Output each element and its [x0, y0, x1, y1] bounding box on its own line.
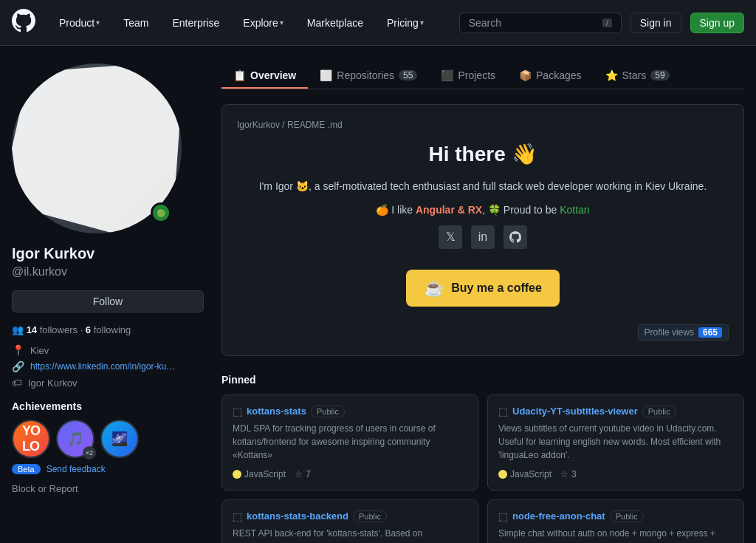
beta-badge: Beta: [12, 464, 41, 474]
twitter-icon[interactable]: 𝕏: [439, 225, 462, 249]
readme-desc-1: I'm Igor 🐱, a self-motivated tech enthus…: [237, 178, 729, 196]
repo-visibility-1: Public: [642, 406, 676, 417]
github-social-icon[interactable]: [504, 225, 527, 249]
pinned-card-1: ⬚ Udacity-YT-subtitles-viewer Public Vie…: [487, 395, 744, 491]
readme-card: IgorKurkov / README .md Hi there 👋 I'm I…: [221, 104, 744, 356]
pinned-card-header-0: ⬚ kottans-stats Public: [233, 406, 467, 417]
nav-explore[interactable]: Explore ▾: [237, 14, 289, 32]
packages-tab-icon: 📦: [519, 69, 532, 81]
profile-username: @il.kurkov: [12, 265, 204, 279]
chevron-down-icon: ▾: [96, 18, 100, 27]
tab-repositories[interactable]: ⬜ Repositories 55: [308, 64, 429, 89]
tag-icon: 🏷: [12, 377, 22, 389]
repo-name-0[interactable]: kottans-stats: [247, 406, 306, 417]
followers-count: 14: [27, 324, 37, 335]
repo-stars-0: ☆ 7: [295, 469, 311, 479]
galaxy-badge: 🌌: [100, 420, 139, 458]
lang-dot-js: [498, 470, 507, 479]
linkedin-detail[interactable]: 🔗 https://www.linkedin.com/in/igor-kurko…: [12, 361, 204, 372]
repo-tab-icon: ⬜: [320, 69, 332, 81]
stars-count: 59: [650, 70, 669, 81]
navbar-right: Search / Sign in Sign up: [459, 13, 744, 33]
search-placeholder: Search: [469, 17, 501, 29]
search-box[interactable]: Search /: [459, 13, 622, 33]
profile-display-name: Igor Kurkov: [12, 245, 204, 262]
pinned-card-header-1: ⬚ Udacity-YT-subtitles-viewer Public: [498, 406, 733, 417]
buy-coffee-label: Buy me a coffee: [451, 281, 542, 295]
achievements-row: YOLO 🎵 ×2 🌌: [12, 420, 204, 458]
repo-icon: ⬚: [498, 510, 508, 522]
pinned-card-2: ⬚ kottans-stats-backend Public REST API …: [221, 499, 478, 543]
nav-product[interactable]: Product ▾: [53, 14, 106, 32]
overview-icon: 📋: [233, 69, 246, 81]
repo-desc-0: MDL SPA for tracking progress of users i…: [233, 422, 467, 462]
buy-coffee-button[interactable]: ☕ Buy me a coffee: [406, 270, 560, 307]
main-content: 📋 Overview ⬜ Repositories 55 ⬛ Projects …: [221, 64, 744, 543]
pinned-section: Pinned ⬚ kottans-stats Public MDL SPA fo…: [221, 374, 744, 543]
pinned-card-header-3: ⬚ node-free-anon-chat Public: [498, 510, 733, 522]
repo-desc-2: REST API back-end for 'kottans-stats'. B…: [233, 527, 467, 543]
achievements-title: Achievements: [12, 400, 204, 412]
main-layout: 🟢 Igor Kurkov @il.kurkov Follow 👥 14 fol…: [0, 46, 756, 543]
followers-icon: 👥: [12, 324, 27, 335]
repo-icon: ⬚: [233, 510, 242, 522]
follow-button[interactable]: Follow: [12, 290, 204, 313]
chevron-down-icon: ▾: [420, 18, 424, 27]
linkedin-url: https://www.linkedin.com/in/igor-kurkov-…: [30, 361, 178, 372]
yolo-badge: YOLO: [12, 420, 50, 458]
nav-pricing[interactable]: Pricing ▾: [381, 14, 430, 32]
kottan-text: Kottan: [560, 204, 589, 216]
repo-lang-0: JavaScript: [233, 469, 286, 479]
tab-packages[interactable]: 📦 Packages: [507, 64, 593, 89]
signin-button[interactable]: Sign in: [630, 13, 681, 33]
signup-button[interactable]: Sign up: [690, 13, 744, 33]
block-report-link[interactable]: Block or Report: [12, 483, 204, 494]
repo-name-3[interactable]: node-free-anon-chat: [512, 510, 605, 522]
profile-views-label: Profile views: [645, 327, 694, 338]
location-icon: 📍: [12, 344, 24, 356]
repo-name-2[interactable]: kottans-stats-backend: [247, 510, 348, 522]
pinned-title: Pinned: [221, 374, 744, 386]
social-icons: 𝕏 in: [237, 225, 729, 249]
pinned-card-0: ⬚ kottans-stats Public MDL SPA for track…: [221, 395, 478, 491]
followers-label: followers ·: [40, 324, 86, 335]
nav-enterprise[interactable]: Enterprise: [166, 14, 225, 32]
sidebar: 🟢 Igor Kurkov @il.kurkov Follow 👥 14 fol…: [12, 64, 204, 543]
repo-name-1[interactable]: Udacity-YT-subtitles-viewer: [512, 406, 638, 417]
repo-stars-1: ☆ 3: [560, 469, 577, 479]
linkedin-icon[interactable]: in: [471, 225, 495, 249]
pinned-card-3: ⬚ node-free-anon-chat Public Simple chat…: [487, 499, 744, 543]
search-shortcut: /: [602, 18, 612, 27]
avatar-container: 🟢: [12, 64, 182, 233]
repo-lang-1: JavaScript: [498, 469, 551, 479]
repo-meta-1: JavaScript ☆ 3: [498, 469, 733, 479]
pinned-card-header-2: ⬚ kottans-stats-backend Public: [233, 510, 467, 522]
nav-marketplace[interactable]: Marketplace: [301, 14, 369, 32]
extra-link-text: Igor Kurkov: [28, 378, 77, 389]
angular-rx-text: Angular & RX: [416, 204, 482, 216]
github-logo-icon[interactable]: [12, 9, 35, 37]
navbar: Product ▾ Team Enterprise Explore ▾ Mark…: [0, 0, 756, 46]
link-icon: 🔗: [12, 361, 24, 372]
extra-link-detail: 🏷 Igor Kurkov: [12, 377, 204, 389]
repo-desc-1: Views subtitles of current youtube video…: [498, 422, 733, 462]
repo-visibility-3: Public: [610, 510, 644, 522]
tab-projects[interactable]: ⬛ Projects: [429, 64, 507, 89]
readme-title: Hi there 👋: [237, 142, 729, 166]
nav-team[interactable]: Team: [117, 14, 154, 32]
following-label: following: [94, 324, 131, 335]
location-detail: 📍 Kiev: [12, 344, 204, 356]
achievements-section: Achievements YOLO 🎵 ×2 🌌 Beta Send feedb…: [12, 400, 204, 474]
followers-line: 👥 14 followers · 6 following: [12, 324, 204, 335]
tab-overview[interactable]: 📋 Overview: [221, 64, 308, 89]
projects-tab-icon: ⬛: [441, 69, 453, 81]
send-feedback-link[interactable]: Send feedback: [47, 464, 106, 474]
profile-tabs: 📋 Overview ⬜ Repositories 55 ⬛ Projects …: [221, 64, 744, 89]
repo-meta-0: JavaScript ☆ 7: [233, 469, 467, 479]
pinned-grid: ⬚ kottans-stats Public MDL SPA for track…: [221, 395, 744, 543]
tab-stars[interactable]: ⭐ Stars 59: [594, 64, 681, 89]
repo-icon: ⬚: [233, 406, 242, 417]
online-badge: 🟢: [151, 202, 171, 223]
star-icon: ☆: [560, 469, 568, 479]
profile-views-badge: Profile views 665: [638, 324, 729, 341]
